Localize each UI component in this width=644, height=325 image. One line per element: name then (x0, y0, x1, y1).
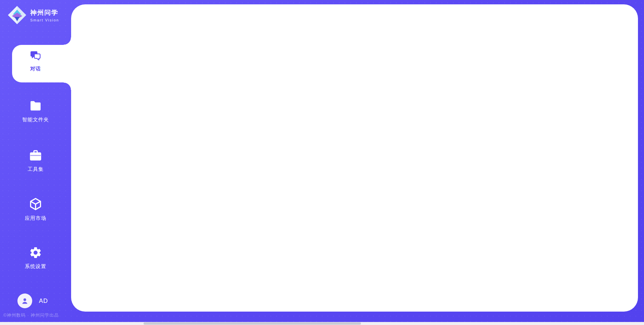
sidebar-item-label: 对话 (30, 66, 41, 72)
cube-icon (29, 197, 43, 211)
user-name: AD (39, 298, 48, 305)
active-nav-flare-bottom (64, 82, 71, 90)
folder-icon (29, 99, 42, 113)
chat-bubbles-icon (30, 50, 42, 62)
briefcase-icon (29, 149, 42, 162)
main-panel (71, 4, 638, 312)
app-subtitle: Smart Vision (30, 18, 59, 22)
sidebar-item-label: 工具集 (28, 166, 44, 173)
app-brand: 神州问学 Smart Vision (7, 5, 59, 25)
app-name: 神州问学 (30, 8, 59, 17)
user-profile[interactable]: AD (17, 294, 48, 308)
sidebar-item-label: 应用市场 (25, 215, 46, 221)
sidebar-item-chat[interactable]: 对话 (0, 50, 71, 72)
sidebar: 神州问学 Smart Vision 对话 智能文件夹 工具集 (0, 0, 71, 321)
sidebar-item-app-market[interactable]: 应用市场 (0, 197, 71, 221)
avatar (17, 294, 32, 308)
scrollbar-thumb[interactable] (144, 322, 361, 325)
sidebar-item-smart-folder[interactable]: 智能文件夹 (0, 99, 71, 123)
sidebar-item-toolset[interactable]: 工具集 (0, 149, 71, 173)
gear-icon (29, 246, 42, 259)
app-brand-text: 神州问学 Smart Vision (30, 8, 59, 22)
sidebar-item-label: 智能文件夹 (22, 117, 49, 123)
sidebar-item-settings[interactable]: 系统设置 (0, 246, 71, 270)
person-icon (20, 296, 30, 306)
sidebar-footer-text: ©神州数码 · 神州问学出品 (3, 312, 59, 318)
active-nav-flare-top (64, 38, 71, 45)
horizontal-scrollbar (0, 322, 644, 325)
app-logo-icon (7, 5, 27, 25)
sidebar-item-label: 系统设置 (25, 263, 46, 270)
